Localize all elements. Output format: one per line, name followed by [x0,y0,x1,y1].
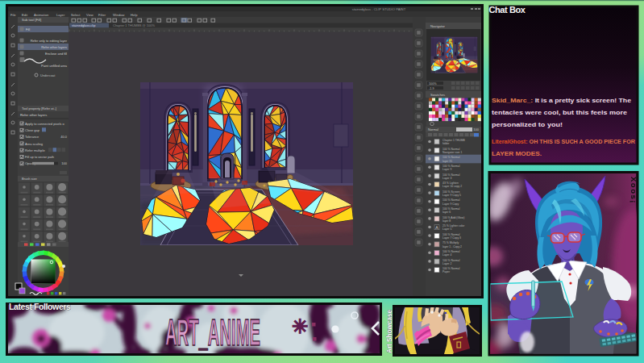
svg-text:Window: Window [113,13,125,17]
svg-text:Art Showcase: Art Showcase [386,309,393,353]
svg-text:Enclose and fill: Enclose and fill [45,52,67,56]
svg-text:Area scaling: Area scaling [25,142,43,146]
svg-text:Close gap: Close gap [25,128,40,132]
svg-text:-1.9: -1.9 [429,87,434,90]
svg-text:Layer 4: Layer 4 [442,253,451,257]
svg-text:tentacles were cool, but this: tentacles were cool, but this feels more [492,109,628,116]
svg-text:Normal: Normal [428,127,438,131]
svg-text:Refer multiple: Refer multiple [25,148,45,152]
svg-text:Layer 9: Layer 9 [442,168,451,171]
svg-text:LAYER MODES.: LAYER MODES. [492,150,542,157]
svg-text:100: 100 [473,127,479,131]
svg-text:layer 8: layer 8 [442,219,451,223]
svg-text:Paper: Paper [442,270,451,273]
svg-text:Help: Help [131,13,138,17]
svg-text:Layer: Layer [56,13,65,17]
svg-text:Refer other layers: Refer other layers [41,45,67,49]
svg-text:Refer other layers: Refer other layers [20,113,47,117]
svg-text:stainedglass.clip: stainedglass.clip [72,23,96,27]
svg-text:Refer only to editing layer: Refer only to editing layer [31,39,68,43]
svg-text:Edit: Edit [22,13,28,17]
svg-text:Paint unfilled area: Paint unfilled area [41,64,68,68]
svg-text:Select: Select [71,13,81,17]
svg-text:Layer 9 Copy 5: Layer 9 Copy 5 [442,194,461,197]
svg-text:Chapter 1 THUMBS @ 100%: Chapter 1 THUMBS @ 100% [113,23,155,27]
svg-text:Layer 10 copy 2: Layer 10 copy 2 [442,185,462,188]
svg-text:personalized to you!: personalized to you! [492,121,563,128]
svg-text:Xoos¡: Xoos¡ [629,177,638,204]
svg-text:View: View [86,13,93,17]
svg-text:Sub tool [Fill]: Sub tool [Fill] [22,18,41,22]
svg-text:Animation: Animation [34,13,49,17]
svg-text:Fill: Fill [26,27,30,31]
svg-text:Tool property [Refer ot..]: Tool property [Refer ot..] [22,106,56,111]
svg-text:40.0: 40.0 [60,135,68,139]
svg-text:Layer 7 Copy 3: Layer 7 Copy 3 [442,236,461,240]
svg-text:100%: 100% [429,82,437,86]
svg-text:Layer 3: Layer 3 [442,177,451,180]
svg-text:100: 100 [61,161,67,165]
svg-text:LiteralGhost: OH THIS IS SUCH: LiteralGhost: OH THIS IS SUCH A GOOD PIE… [492,138,635,145]
svg-text:Undercoat: Undercoat [40,73,56,77]
svg-text:ART_ANIME: ART_ANIME [165,311,260,353]
svg-text:Chat Box: Chat Box [489,5,526,15]
svg-text:Fill up to vector path: Fill up to vector path [25,155,54,159]
svg-text:Swatches: Swatches [430,93,445,97]
svg-text:Layer 9 Copy: Layer 9 Copy [442,202,459,206]
svg-text:folder: folder [442,142,450,145]
svg-text:Layer 5: Layer 5 [442,227,451,231]
svg-text:Navigator: Navigator [430,24,446,28]
svg-text:layer 1 - Copy 2: layer 1 - Copy 2 [442,245,462,248]
svg-text:Brush size: Brush size [22,177,37,181]
svg-text:layer 31: layer 31 [442,160,452,163]
svg-text:layer 6: layer 6 [442,211,451,214]
svg-text:stainedglass - CLIP STUDIO PAI: stainedglass - CLIP STUDIO PAINT [352,7,406,11]
svg-text:File: File [10,13,16,17]
svg-text:Filter: Filter [98,13,106,17]
svg-text:Tolerance: Tolerance [25,135,39,139]
svg-text:Layer 2: Layer 2 [442,262,451,265]
svg-text:Navigator size 1: Navigator size 1 [442,151,462,154]
svg-text:✳: ✳ [292,315,308,337]
svg-text:Skid_Marc_: It is a pretty sic: Skid_Marc_: It is a pretty sick screen! … [492,97,632,104]
svg-text:Apply to connected pixels o: Apply to connected pixels o [25,122,64,126]
svg-text:Latest Followers: Latest Followers [9,302,71,311]
